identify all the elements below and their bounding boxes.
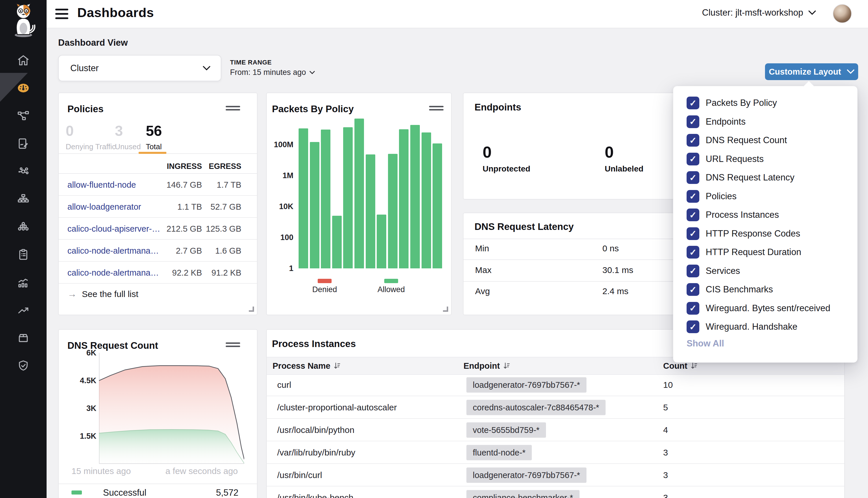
legend-allowed[interactable]: Allowed bbox=[371, 276, 412, 294]
process-count: 5 bbox=[663, 403, 668, 412]
allowed-bar[interactable] bbox=[343, 127, 353, 268]
endpoint-chip[interactable]: fluentd-node-* bbox=[466, 445, 532, 460]
allowed-bar[interactable] bbox=[377, 214, 386, 268]
policy-name-link[interactable]: allow-fluentd-node bbox=[67, 180, 136, 190]
allowed-bar[interactable] bbox=[388, 154, 398, 268]
menu-item-wireguard-bytes-sent-received[interactable]: ✓Wireguard. Bytes sent/received bbox=[687, 299, 848, 317]
menu-item-http-request-duration[interactable]: ✓HTTP Request Duration bbox=[687, 243, 848, 261]
checkbox-checked-icon[interactable]: ✓ bbox=[687, 246, 699, 259]
policies-stat-unused[interactable]: 3Unused bbox=[115, 124, 141, 151]
process-name: /var/lib/ruby/bin/ruby bbox=[277, 448, 355, 458]
endpoint-chip[interactable]: loadgenerator-7697bb7567-* bbox=[466, 468, 586, 483]
menu-item-endpoints[interactable]: ✓Endpoints bbox=[687, 113, 848, 131]
ingress-column-header: INGRESS bbox=[167, 162, 202, 171]
checkbox-checked-icon[interactable]: ✓ bbox=[687, 302, 699, 315]
sitemap-icon bbox=[16, 192, 30, 206]
menu-item-url-requests[interactable]: ✓URL Requests bbox=[687, 150, 848, 168]
policy-name-link[interactable]: allow-loadgenerator bbox=[67, 202, 141, 212]
checkbox-checked-icon[interactable]: ✓ bbox=[687, 283, 699, 296]
latency-max-label: Max bbox=[475, 265, 492, 275]
chevron-down-icon bbox=[310, 71, 315, 74]
process-count: 3 bbox=[663, 493, 668, 498]
policy-name-link[interactable]: calico-cloud-apiserver-… bbox=[67, 224, 160, 234]
latency-card-title: DNS Request Latency bbox=[475, 221, 574, 232]
endpoints-stat-unprotected[interactable]: 0 Unprotected bbox=[483, 144, 530, 173]
hamburger-menu-icon[interactable] bbox=[55, 9, 68, 19]
menu-item-policies[interactable]: ✓Policies bbox=[687, 187, 848, 206]
sidebar-item-dashboard-gauge[interactable] bbox=[0, 74, 47, 102]
sidebar-item-trend-up[interactable] bbox=[0, 296, 47, 324]
menu-item-http-response-codes[interactable]: ✓HTTP Response Codes bbox=[687, 224, 848, 243]
endpoint-chip[interactable]: loadgenerator-7697bb7567-* bbox=[466, 377, 586, 393]
checkbox-checked-icon[interactable]: ✓ bbox=[687, 209, 699, 221]
allowed-bar[interactable] bbox=[299, 128, 308, 268]
allowed-bar[interactable] bbox=[332, 216, 342, 268]
allowed-bar[interactable] bbox=[354, 119, 364, 268]
resize-handle[interactable] bbox=[443, 306, 448, 312]
time-range-control[interactable]: TIME RANGE From: 15 minutes ago bbox=[230, 59, 315, 77]
sidebar-item-node-cluster[interactable] bbox=[0, 213, 47, 240]
drag-handle-icon[interactable] bbox=[226, 342, 240, 347]
sidebar-item-home[interactable] bbox=[0, 46, 47, 74]
cluster-selector[interactable]: Cluster: jlt-msft-workshop bbox=[702, 8, 816, 18]
sort-process-name[interactable]: Process Name bbox=[273, 361, 340, 371]
allowed-bar[interactable] bbox=[410, 125, 420, 268]
policy-name-link[interactable]: calico-node-alertmana… bbox=[67, 268, 159, 278]
menu-item-cis-benchmarks[interactable]: ✓CIS Benchmarks bbox=[687, 280, 848, 299]
checkbox-checked-icon[interactable]: ✓ bbox=[687, 96, 699, 109]
successful-swatch bbox=[72, 490, 82, 495]
customize-layout-button[interactable]: Customize Layout bbox=[765, 63, 858, 80]
checkbox-checked-icon[interactable]: ✓ bbox=[687, 227, 699, 240]
checkbox-checked-icon[interactable]: ✓ bbox=[687, 190, 699, 203]
sort-icon bbox=[691, 362, 697, 370]
allowed-bar[interactable] bbox=[310, 142, 320, 268]
menu-item-services[interactable]: ✓Services bbox=[687, 262, 848, 280]
menu-item-packets-by-policy[interactable]: ✓Packets By Policy bbox=[687, 94, 848, 112]
allowed-bar[interactable] bbox=[432, 143, 442, 268]
policies-stat-total[interactable]: 56Total bbox=[146, 124, 162, 151]
checkbox-checked-icon[interactable]: ✓ bbox=[687, 134, 699, 147]
menu-item-process-instances[interactable]: ✓Process Instances bbox=[687, 206, 848, 224]
sidebar-item-package[interactable] bbox=[0, 324, 47, 352]
sort-icon bbox=[503, 362, 510, 370]
dashboard-view-select[interactable]: Cluster bbox=[58, 55, 221, 81]
menu-item-dns-request-count[interactable]: ✓DNS Request Count bbox=[687, 131, 848, 149]
sidebar-item-clipboard-list[interactable] bbox=[0, 240, 47, 268]
policy-egress-value: 1.6 GB bbox=[215, 246, 241, 255]
policy-name-link[interactable]: calico-node-alertmana… bbox=[67, 246, 159, 255]
allowed-bar[interactable] bbox=[422, 132, 431, 268]
legend-denied[interactable]: Denied bbox=[305, 276, 345, 294]
user-avatar[interactable] bbox=[833, 4, 852, 23]
drag-handle-icon[interactable] bbox=[226, 106, 240, 111]
process-count: 4 bbox=[663, 425, 668, 435]
see-full-list-link[interactable]: → See the full list bbox=[67, 289, 138, 299]
resize-handle[interactable] bbox=[249, 306, 254, 312]
sidebar-item-sitemap[interactable] bbox=[0, 185, 47, 213]
menu-item-wireguard-handshake[interactable]: ✓Wireguard. Handshake bbox=[687, 317, 848, 336]
process-name: /usr/bin/kube-bench bbox=[277, 493, 353, 498]
endpoint-chip[interactable]: coredns-autoscaler-7c88465478-* bbox=[466, 400, 606, 415]
checkbox-checked-icon[interactable]: ✓ bbox=[687, 153, 699, 166]
menu-item-dns-request-latency[interactable]: ✓DNS Request Latency bbox=[687, 168, 848, 187]
menu-item-label: Wireguard. Bytes sent/received bbox=[706, 303, 830, 314]
endpoint-chip[interactable]: compliance-benchmarker-* bbox=[466, 490, 580, 498]
endpoint-chip[interactable]: vote-5655bd759-* bbox=[466, 422, 546, 438]
checkbox-checked-icon[interactable]: ✓ bbox=[687, 171, 699, 184]
show-all-link[interactable]: Show All bbox=[687, 338, 724, 349]
checkbox-checked-icon[interactable]: ✓ bbox=[687, 320, 699, 333]
checkbox-checked-icon[interactable]: ✓ bbox=[687, 115, 699, 128]
endpoints-stat-unlabeled[interactable]: 0 Unlabeled bbox=[605, 144, 644, 173]
sort-endpoint[interactable]: Endpoint bbox=[464, 361, 510, 371]
checkbox-checked-icon[interactable]: ✓ bbox=[687, 265, 699, 277]
allowed-bar[interactable] bbox=[399, 129, 409, 268]
policy-row: calico-node-alertmana…2.7 GB1.6 GB bbox=[59, 240, 257, 262]
allowed-bar[interactable] bbox=[366, 155, 375, 268]
allowed-bar[interactable] bbox=[321, 130, 331, 268]
sidebar-item-statistics[interactable] bbox=[0, 268, 47, 296]
sidebar-item-connections[interactable] bbox=[0, 157, 47, 185]
sidebar-item-report-edit[interactable] bbox=[0, 130, 47, 157]
sidebar-item-network-flow[interactable] bbox=[0, 102, 47, 130]
policies-stat-denying[interactable]: 0Denying Traffic bbox=[66, 124, 116, 151]
sidebar-item-shield-check[interactable] bbox=[0, 352, 47, 379]
home-icon bbox=[16, 53, 30, 67]
